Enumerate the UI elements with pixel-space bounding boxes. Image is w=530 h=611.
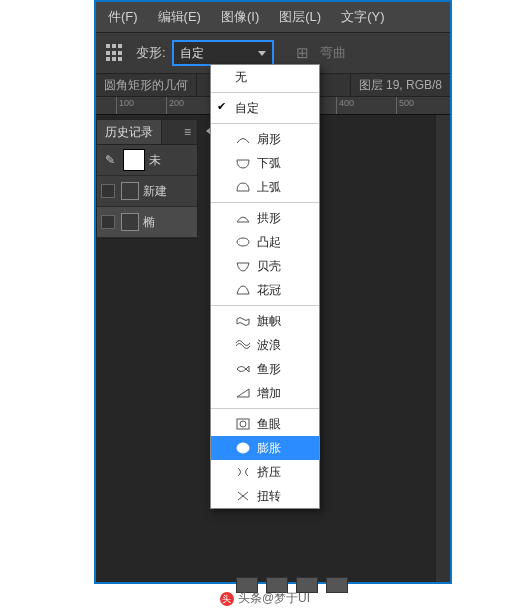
- svg-point-3: [237, 443, 249, 453]
- history-tab[interactable]: 历史记录: [97, 120, 162, 144]
- fisheye-icon: [235, 417, 251, 431]
- warp-option-label: 上弧: [257, 179, 281, 196]
- orientation-icon[interactable]: ⊞: [292, 42, 314, 64]
- wave-icon: [235, 338, 251, 352]
- ruler-tick: 500: [396, 97, 414, 115]
- flag-icon: [235, 314, 251, 328]
- warp-selected-value: 自定: [180, 45, 204, 62]
- document-icon: [121, 182, 139, 200]
- menu-edit[interactable]: 编辑(E): [148, 8, 211, 26]
- history-state[interactable]: ✎ 未: [97, 145, 197, 176]
- warp-option-fish[interactable]: 鱼形: [211, 357, 319, 381]
- history-label: 新建: [143, 183, 167, 200]
- warp-option-label: 扇形: [257, 131, 281, 148]
- checkbox-icon: [101, 215, 115, 229]
- bend-label: 弯曲: [320, 44, 346, 62]
- warp-option-twist[interactable]: 扭转: [211, 484, 319, 508]
- warp-option-wave[interactable]: 波浪: [211, 333, 319, 357]
- warp-option-label: 贝壳: [257, 258, 281, 275]
- bulge-icon: [235, 235, 251, 249]
- warp-option-bulge[interactable]: 凸起: [211, 230, 319, 254]
- warp-option-label: 膨胀: [257, 440, 281, 457]
- brush-icon: ✎: [101, 151, 119, 169]
- warp-option-squeeze[interactable]: 挤压: [211, 460, 319, 484]
- warp-option-label: 自定: [235, 100, 259, 117]
- warp-option-label: 花冠: [257, 282, 281, 299]
- warp-option-flag[interactable]: 旗帜: [211, 309, 319, 333]
- warp-option-none-1[interactable]: 自定: [211, 96, 319, 120]
- snapshot-thumb: [123, 149, 145, 171]
- document-icon: [121, 213, 139, 231]
- menu-file[interactable]: 件(F): [98, 8, 148, 26]
- warp-option-label: 扭转: [257, 488, 281, 505]
- warp-label: 变形:: [136, 44, 166, 62]
- warp-option-label: 拱形: [257, 210, 281, 227]
- warp-option-none-0[interactable]: 无: [211, 65, 319, 89]
- tab-active[interactable]: 圆角矩形的几何: [96, 74, 197, 96]
- warp-option-arc-upper[interactable]: 上弧: [211, 175, 319, 199]
- menu-layer[interactable]: 图层(L): [269, 8, 331, 26]
- watermark-text: 头条@梦于UI: [238, 591, 310, 605]
- history-label: 未: [149, 152, 161, 169]
- arc-lower-icon: [235, 156, 251, 170]
- warp-option-shell-upper[interactable]: 花冠: [211, 278, 319, 302]
- warp-option-inflate[interactable]: 膨胀: [211, 436, 319, 460]
- history-label: 椭: [143, 214, 155, 231]
- svg-point-0: [237, 238, 249, 246]
- twist-icon: [235, 489, 251, 503]
- history-step[interactable]: 椭: [97, 207, 197, 238]
- warp-option-label: 挤压: [257, 464, 281, 481]
- warp-option-rise[interactable]: 增加: [211, 381, 319, 405]
- grid-icon[interactable]: [106, 44, 124, 62]
- ruler-tick: 200: [166, 97, 184, 115]
- rise-icon: [235, 386, 251, 400]
- toutiao-logo-icon: 头: [220, 592, 234, 606]
- warp-style-dropdown[interactable]: 自定: [172, 40, 274, 66]
- fish-icon: [235, 362, 251, 376]
- squeeze-icon: [235, 465, 251, 479]
- warp-option-label: 波浪: [257, 337, 281, 354]
- scrollbar-vertical[interactable]: [435, 115, 450, 582]
- checkbox-icon: [101, 184, 115, 198]
- warp-option-label: 下弧: [257, 155, 281, 172]
- history-panel: 历史记录 ≡ ✎ 未 新建 椭: [96, 119, 198, 239]
- warp-option-arc[interactable]: 扇形: [211, 127, 319, 151]
- svg-point-2: [240, 421, 246, 427]
- arc-icon: [235, 132, 251, 146]
- inflate-icon: [235, 441, 251, 455]
- warp-option-label: 旗帜: [257, 313, 281, 330]
- warp-option-label: 鱼形: [257, 361, 281, 378]
- ruler-tick: 100: [116, 97, 134, 115]
- panel-menu-icon[interactable]: ≡: [178, 125, 197, 139]
- menu-bar: 件(F) 编辑(E) 图像(I) 图层(L) 文字(Y): [96, 2, 450, 33]
- arch-icon: [235, 211, 251, 225]
- history-step[interactable]: 新建: [97, 176, 197, 207]
- arc-upper-icon: [235, 180, 251, 194]
- warp-option-fisheye[interactable]: 鱼眼: [211, 412, 319, 436]
- warp-option-arch[interactable]: 拱形: [211, 206, 319, 230]
- warp-option-label: 无: [235, 69, 247, 86]
- shell-upper-icon: [235, 283, 251, 297]
- menu-type[interactable]: 文字(Y): [331, 8, 394, 26]
- warp-style-menu: 无自定扇形下弧上弧拱形凸起贝壳花冠旗帜波浪鱼形增加鱼眼膨胀挤压扭转: [210, 64, 320, 509]
- warp-option-shell-lower[interactable]: 贝壳: [211, 254, 319, 278]
- watermark: 头头条@梦于UI: [0, 590, 530, 607]
- warp-option-label: 增加: [257, 385, 281, 402]
- tab-info[interactable]: 图层 19, RGB/8: [350, 74, 450, 96]
- warp-option-label: 鱼眼: [257, 416, 281, 433]
- shell-lower-icon: [235, 259, 251, 273]
- ruler-tick: 400: [336, 97, 354, 115]
- menu-image[interactable]: 图像(I): [211, 8, 269, 26]
- warp-option-label: 凸起: [257, 234, 281, 251]
- warp-option-arc-lower[interactable]: 下弧: [211, 151, 319, 175]
- chevron-down-icon: [258, 51, 266, 56]
